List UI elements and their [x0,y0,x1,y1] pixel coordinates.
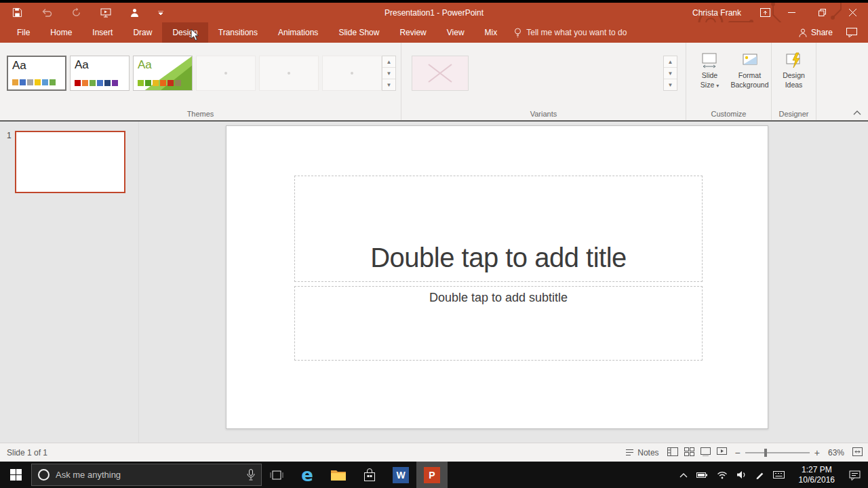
battery-status-icon[interactable] [696,471,708,479]
subtitle-placeholder[interactable]: Double tap to add subtitle [294,286,703,361]
ribbon-tab-transitions[interactable]: Transitions [208,22,268,43]
customize-qat-button[interactable] [158,11,163,15]
taskbar-app-edge[interactable]: e [292,462,323,488]
system-tray: 1:27 PM 10/6/2016 [679,462,868,488]
zoom-slider-thumb[interactable] [764,449,767,457]
touch-keyboard-icon[interactable] [773,471,785,479]
normal-view-button[interactable] [667,447,678,458]
taskbar-clock[interactable]: 1:27 PM 10/6/2016 [799,465,835,485]
theme-thumbnail-5[interactable] [259,56,319,91]
slide-thumbnail-1[interactable] [15,131,125,193]
show-hidden-icons-button[interactable] [679,472,688,478]
theme-thumbnail-2[interactable]: Aa [70,56,130,91]
ribbon-tab-home[interactable]: Home [40,22,82,43]
task-view-button[interactable] [262,462,292,488]
undo-button[interactable] [41,8,52,18]
themes-gallery-scroll: ▲ ▼ ▼ [382,56,396,91]
start-slideshow-button[interactable] [100,8,111,18]
dropdown-caret-icon: ▾ [716,83,719,89]
search-input[interactable] [56,470,241,480]
zoom-out-button[interactable]: − [735,448,741,458]
action-center-button[interactable] [849,470,861,481]
ribbon-tab-mix[interactable]: Mix [475,22,508,43]
theme-thumbnail-4[interactable] [196,56,256,91]
themes-group: AaAaAa ▲ ▼ ▼ Themes [0,43,401,120]
restore-button[interactable] [807,3,837,22]
taskbar-app-file-explorer[interactable] [323,462,354,488]
ribbon-end-spacer [816,43,868,120]
ribbon-tab-slide-show[interactable]: Slide Show [328,22,389,43]
chevron-up-icon [853,110,861,115]
theme-thumbnail-3[interactable]: Aa [133,56,193,91]
ribbon-tab-design[interactable]: Design [162,22,208,43]
empty-theme-slot-dot [224,72,227,75]
cortana-search-box[interactable] [31,464,262,486]
themes-more-button[interactable]: ▼ [382,79,395,90]
ribbon-tab-draw[interactable]: Draw [123,22,162,43]
themes-group-label: Themes [0,110,401,118]
slide-sorter-view-button[interactable] [684,447,694,458]
theme-sample-text: Aa [138,59,188,72]
titlebar-controls: Christa Frank [692,3,868,22]
ribbon-tabs: FileHomeInsertDrawDesignTransitionsAnima… [0,22,507,43]
status-bar: Slide 1 of 1 Notes [0,443,868,462]
tell-me-box[interactable]: Tell me what you want to do [514,22,627,43]
clock-time: 1:27 PM [799,465,835,475]
network-wifi-icon[interactable] [717,471,728,479]
fit-slide-to-window-button[interactable] [852,447,863,458]
ribbon-content: AaAaAa ▲ ▼ ▼ Themes ▲ ▼ ▼ Variants [0,43,868,121]
account-user-name[interactable]: Christa Frank [692,8,741,18]
ribbon-tab-insert[interactable]: Insert [82,22,123,43]
variants-scroll-up-button[interactable]: ▲ [664,56,677,68]
title-placeholder[interactable]: Double tap to add title [294,176,703,282]
theme-thumbnail-1[interactable]: Aa [7,56,66,91]
close-button[interactable] [837,3,868,22]
statusbar-right: Notes − + 63% [625,447,863,458]
designer-group: Design Ideas Designer [772,43,816,120]
pen-input-icon[interactable] [755,470,764,479]
themes-scroll-down-button[interactable]: ▼ [382,68,395,79]
redo-button[interactable] [71,7,81,18]
variants-gallery-scroll: ▲ ▼ ▼ [663,56,677,91]
start-button[interactable] [0,462,31,488]
comments-icon[interactable] [846,28,857,37]
theme-thumbnail-6[interactable] [322,56,382,91]
touch-mode-button[interactable] [130,8,139,18]
taskbar-app-powerpoint[interactable]: P [416,462,448,488]
volume-icon[interactable] [736,470,747,479]
theme-color-swatches [75,80,118,86]
reading-view-button[interactable] [701,447,711,458]
slide-show-view-button[interactable] [717,447,727,458]
zoom-slider[interactable] [745,452,810,453]
ribbon-tab-view[interactable]: View [437,22,475,43]
ribbon-display-options-button[interactable] [753,3,776,22]
taskbar-app-word[interactable]: W [385,462,416,488]
themes-scroll-up-button[interactable]: ▲ [382,56,395,68]
design-ideas-icon [785,49,804,71]
file-explorer-icon [330,468,347,482]
save-button[interactable] [12,7,22,18]
theme-color-swatches [138,80,181,86]
ribbon-tab-review[interactable]: Review [389,22,436,43]
notes-button[interactable]: Notes [625,448,658,458]
zoom-in-button[interactable]: + [814,448,820,458]
share-button[interactable]: Share [799,28,833,37]
task-view-icon [270,470,283,481]
minimize-button[interactable] [776,3,807,22]
variants-more-button[interactable]: ▼ [664,79,677,90]
zoom-level-button[interactable]: 63% [828,448,844,458]
microphone-icon[interactable] [247,469,255,481]
taskbar-app-store[interactable] [354,462,385,488]
ribbon-display-options-icon [760,8,770,17]
document-title: Presentation1 - PowerPoint [384,3,484,22]
ribbon-tab-animations[interactable]: Animations [268,22,328,43]
windows-taskbar: e W P [0,462,868,488]
variants-scroll-down-button[interactable]: ▼ [664,68,677,79]
view-buttons [667,447,727,458]
clock-date: 10/6/2016 [799,475,835,485]
ribbon-tab-file[interactable]: File [7,22,40,43]
collapse-ribbon-button[interactable] [853,107,861,117]
variant-thumbnail[interactable] [412,56,469,91]
theme-sample-text: Aa [75,59,125,72]
close-icon [849,9,856,16]
